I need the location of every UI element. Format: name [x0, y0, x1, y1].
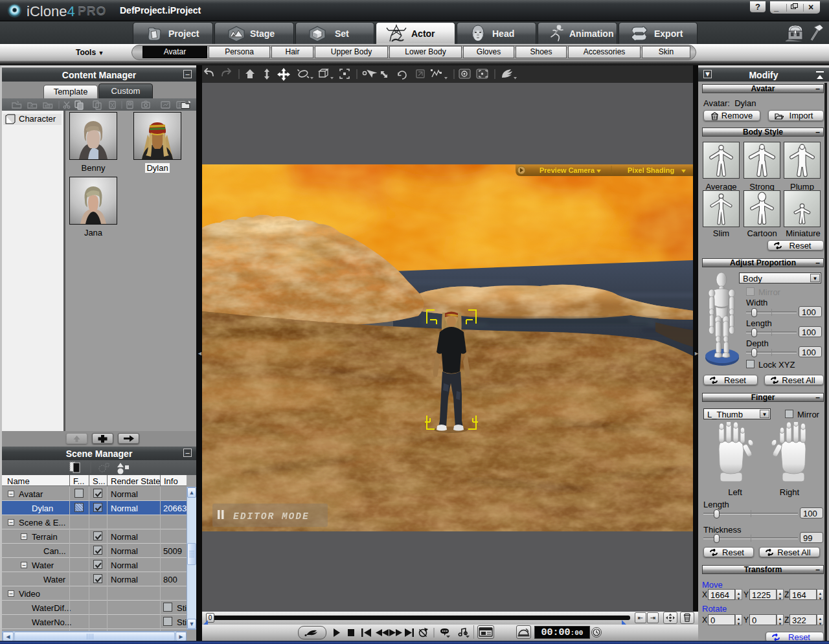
svg-text:Preview Camera: Preview Camera	[539, 166, 595, 174]
svg-text:EDITOR MODE: EDITOR MODE	[233, 511, 310, 522]
svg-text:Pixel Shading: Pixel Shading	[628, 166, 674, 174]
